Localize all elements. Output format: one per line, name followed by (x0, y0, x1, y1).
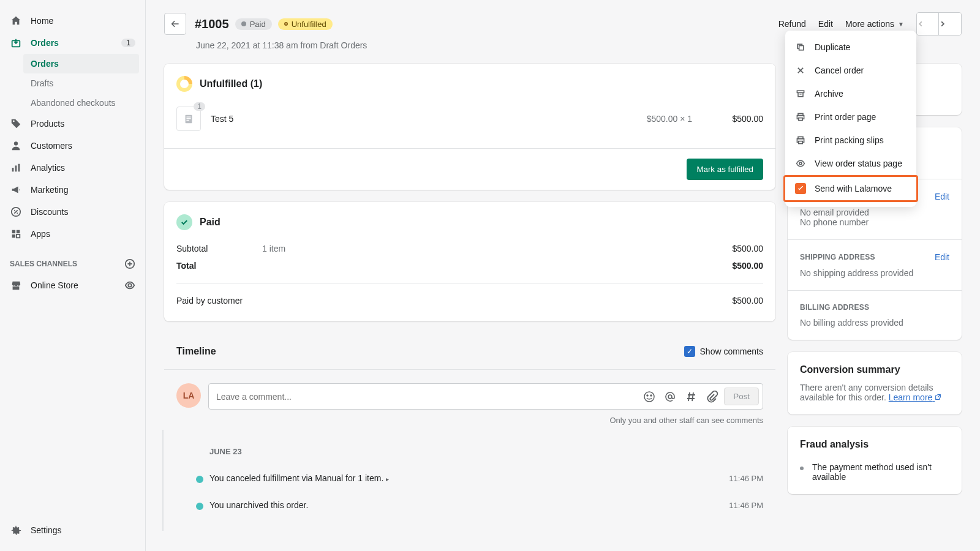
lalamove-icon (795, 183, 806, 194)
nav-sales-channels-heading: SALES CHANNELS (0, 245, 145, 274)
dd-archive[interactable]: Archive (785, 82, 916, 105)
svg-rect-8 (12, 230, 15, 233)
product-name[interactable]: Test 5 (211, 114, 597, 124)
shipping-heading: SHIPPING ADDRESS (800, 253, 875, 261)
nav-sub-abandoned[interactable]: Abandoned checkouts (31, 93, 145, 113)
svg-point-19 (647, 395, 648, 396)
edit-shipping-link[interactable]: Edit (935, 252, 949, 262)
prev-order-button[interactable] (917, 13, 939, 35)
conversion-title: Conversion summary (800, 364, 949, 375)
hashtag-icon[interactable] (685, 391, 697, 403)
qty-price: $500.00 × 1 (606, 114, 692, 124)
nav-products[interactable]: Products (0, 113, 145, 135)
nav-home[interactable]: Home (0, 10, 145, 32)
back-button[interactable] (164, 13, 186, 35)
paid-status-icon (176, 214, 192, 230)
analytics-icon (10, 162, 22, 174)
svg-rect-10 (12, 234, 15, 238)
attachment-icon[interactable] (706, 391, 718, 403)
edit-contact-link[interactable]: Edit (935, 192, 949, 201)
nav-orders[interactable]: Orders 1 (0, 32, 145, 54)
nav-customers[interactable]: Customers (0, 135, 145, 157)
dd-print-order[interactable]: Print order page (785, 105, 916, 129)
svg-point-6 (14, 210, 15, 211)
dd-duplicate[interactable]: Duplicate (785, 36, 916, 59)
bullet-icon (800, 467, 804, 470)
order-id: #1005 (195, 17, 229, 31)
refund-button[interactable]: Refund (778, 19, 806, 29)
next-order-button[interactable] (939, 13, 961, 35)
billing-heading: BILLING ADDRESS (800, 303, 869, 312)
svg-rect-11 (17, 234, 20, 238)
mention-icon[interactable] (664, 391, 676, 403)
print-icon (795, 135, 806, 146)
unfulfilled-chip: Unfulfilled (278, 18, 333, 30)
show-comments-toggle[interactable]: ✓ Show comments (684, 346, 763, 357)
nav-settings[interactable]: Settings (0, 519, 145, 541)
tag-icon (10, 118, 22, 130)
svg-rect-16 (186, 118, 190, 119)
timeline-time: 11:46 PM (729, 501, 763, 510)
unfulfilled-status-icon (176, 76, 192, 92)
megaphone-icon (10, 184, 22, 196)
timeline-time: 11:46 PM (729, 474, 763, 483)
nav-analytics-label: Analytics (31, 163, 65, 173)
nav-orders-label: Orders (31, 38, 59, 48)
timeline-title: Timeline (176, 346, 216, 357)
svg-point-1 (14, 141, 18, 145)
show-comments-label: Show comments (700, 347, 763, 356)
dd-send-lalamove[interactable]: Send with Lalamove (783, 175, 918, 202)
nav-sub-drafts[interactable]: Drafts (31, 73, 145, 93)
svg-point-20 (650, 395, 652, 396)
add-channel-icon[interactable] (124, 258, 135, 269)
timeline-event[interactable]: You unarchived this order. 11:46 PM (201, 492, 763, 519)
svg-point-31 (799, 162, 802, 165)
no-phone: No phone number (800, 217, 949, 227)
nav-discounts[interactable]: Discounts (0, 201, 145, 223)
archive-icon (795, 88, 806, 99)
svg-rect-4 (18, 164, 20, 172)
dd-cancel[interactable]: Cancel order (785, 59, 916, 82)
more-actions-button[interactable]: More actions▼ (845, 19, 904, 29)
dd-print-slips[interactable]: Print packing slips (785, 129, 916, 152)
checkbox-checked-icon: ✓ (684, 346, 695, 357)
payment-title: Paid (176, 214, 763, 230)
nav-apps-label: Apps (31, 229, 50, 239)
nav-products-label: Products (31, 119, 64, 129)
post-button[interactable]: Post (724, 388, 759, 405)
svg-rect-17 (186, 120, 189, 121)
main-content: #1005 Paid Unfulfilled Refund Edit More … (146, 0, 980, 551)
svg-rect-24 (797, 91, 804, 92)
nav-marketing[interactable]: Marketing (0, 179, 145, 201)
comment-input[interactable] (216, 392, 643, 402)
svg-rect-23 (799, 46, 804, 50)
subtotal-row: Subtotal 1 item $500.00 (176, 240, 763, 257)
view-store-icon[interactable] (124, 280, 135, 291)
duplicate-icon (795, 42, 806, 53)
mark-fulfilled-button[interactable]: Mark as fulfilled (687, 159, 763, 180)
svg-rect-30 (799, 141, 802, 144)
avatar: LA (176, 383, 201, 408)
edit-button[interactable]: Edit (818, 19, 833, 29)
chevron-down-icon: ▼ (898, 21, 904, 28)
nav-sub-orders[interactable]: Orders (23, 54, 139, 73)
nav-marketing-label: Marketing (31, 185, 68, 195)
product-thumb[interactable]: 1 (176, 107, 201, 131)
timeline-event[interactable]: You canceled fulfillment via Manual for … (201, 465, 763, 492)
comment-input-wrap: Post (208, 383, 763, 410)
fraud-item: The payment method used isn't available (800, 459, 949, 482)
nav-customers-label: Customers (31, 141, 72, 151)
nav-apps[interactable]: Apps (0, 223, 145, 245)
emoji-icon[interactable] (643, 391, 655, 403)
svg-rect-15 (186, 116, 190, 117)
nav-online-store[interactable]: Online Store (0, 274, 145, 296)
svg-point-13 (128, 283, 131, 287)
learn-more-link[interactable]: Learn more (889, 392, 941, 402)
print-icon (795, 111, 806, 122)
dd-view-status[interactable]: View order status page (785, 152, 916, 175)
timeline-dot-icon (196, 476, 203, 483)
fulfillment-title: Unfulfilled (1) (176, 76, 763, 92)
nav-analytics[interactable]: Analytics (0, 157, 145, 179)
apps-icon (10, 228, 22, 240)
sidebar: Home Orders 1 Orders Drafts Abandoned ch… (0, 0, 146, 551)
